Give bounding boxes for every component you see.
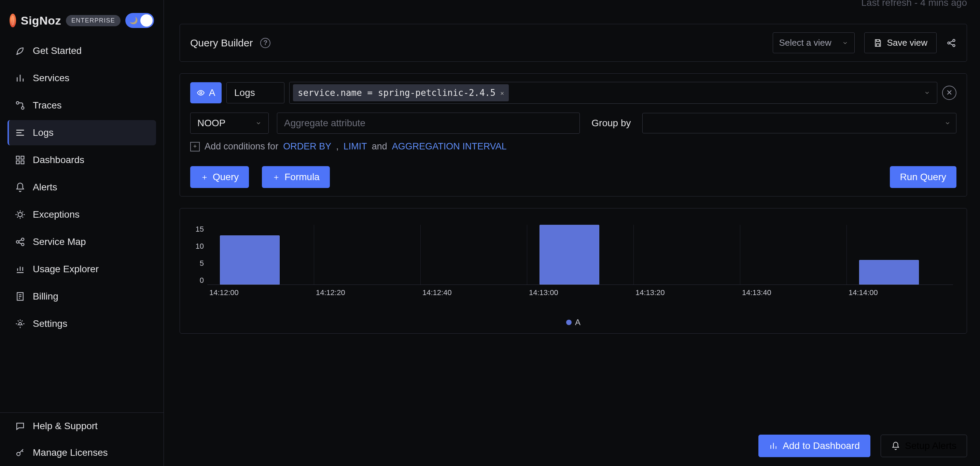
y-tick: 15 [188,225,204,234]
plus-icon: ＋ [200,171,208,182]
svg-point-6 [18,212,22,217]
aggregation-function-select[interactable]: NOOP [190,113,269,134]
sidebar-item-label: Exceptions [33,209,80,220]
group-by-label: Group by [588,118,634,128]
add-query-button[interactable]: ＋ Query [190,166,249,188]
sidebar-item-traces[interactable]: Traces [8,93,156,118]
bell-icon [891,441,900,450]
aggregation-interval-link[interactable]: AGGREGATION INTERVAL [392,141,507,152]
plus-icon: ＋ [272,171,280,182]
brand-name: SigNoz [21,14,61,27]
order-by-link[interactable]: ORDER BY [283,141,331,152]
sidebar-item-label: Logs [33,127,54,138]
run-query-button[interactable]: Run Query [890,166,956,188]
sidebar-item-logs[interactable]: Logs [8,120,156,145]
chart-bar [220,235,280,285]
svg-rect-2 [16,156,19,159]
receipt-icon [15,291,25,301]
sidebar-item-licenses[interactable]: Manage Licenses [8,439,156,466]
chat-icon [15,421,25,431]
add-formula-label: Formula [285,171,320,182]
x-axis: 14:12:0014:12:2014:12:4014:13:0014:13:20… [207,288,953,297]
add-query-label: Query [213,171,239,182]
brand-row: SigNoz ENTERPRISE 🌙 [0,6,164,38]
bar-chart-icon [769,441,778,450]
y-tick: 10 [188,242,204,251]
sidebar-item-alerts[interactable]: Alerts [8,175,156,200]
help-icon[interactable]: ? [260,38,270,48]
setup-alerts-button[interactable]: Setup Alerts [881,434,967,457]
sidebar-item-label: Alerts [33,182,57,193]
sidebar-item-help[interactable]: Help & Support [8,413,156,439]
share-icon[interactable] [946,38,956,48]
svg-rect-3 [21,156,24,159]
chart-legend: A [190,318,956,327]
sidebar-item-settings[interactable]: Settings [8,311,156,336]
x-tick: 14:13:20 [633,288,740,297]
toggle-knob [140,14,153,27]
flow-icon [15,100,25,111]
remove-query-button[interactable]: ✕ [942,86,956,100]
cond-and: and [372,141,387,152]
bell-icon [15,182,25,192]
select-view-dropdown[interactable]: Select a view [773,32,855,53]
cond-sep: , [336,141,339,152]
y-tick: 5 [188,259,204,268]
page-title: Query Builder [190,37,253,49]
chart: 15 10 5 0 14:12:0014:12:2014:12:4014:13:… [207,225,953,315]
svg-rect-5 [21,161,24,164]
sidebar-item-label: Settings [33,318,67,329]
close-icon[interactable]: ✕ [500,89,504,97]
query-visibility-toggle[interactable]: A [190,82,222,103]
chevron-down-icon [255,120,262,126]
sidebar-item-exceptions[interactable]: Exceptions [8,202,156,227]
svg-point-12 [17,452,20,456]
sidebar-item-billing[interactable]: Billing [8,284,156,309]
bug-icon [15,209,25,220]
sidebar-item-services[interactable]: Services [8,65,156,91]
stats-icon [15,264,25,274]
filter-tag-text: service.name = spring-petclinic-2.4.5 [298,88,495,98]
svg-point-7 [16,241,19,243]
sidebar: SigNoz ENTERPRISE 🌙 Get Started Services [0,0,164,466]
add-formula-button[interactable]: ＋ Formula [262,166,330,188]
bar-chart-icon [15,73,25,83]
x-tick: 14:12:40 [420,288,527,297]
group-by-select[interactable] [642,113,956,133]
sidebar-item-service-map[interactable]: Service Map [8,229,156,255]
theme-toggle[interactable]: 🌙 [125,13,154,28]
y-tick: 0 [188,276,204,285]
add-conditions-row[interactable]: + Add conditions for ORDER BY , LIMIT an… [190,141,956,152]
chart-bar [539,225,599,285]
query-builder-header-panel: Query Builder ? Select a view [180,24,967,62]
disk-icon [873,38,882,48]
legend-label: A [575,318,581,327]
sidebar-item-label: Billing [33,291,58,302]
cond-prefix: Add conditions for [205,141,278,152]
aggregate-attribute-input[interactable] [277,113,580,134]
filter-tag[interactable]: service.name = spring-petclinic-2.4.5 ✕ [293,84,509,101]
share-nodes-icon [15,237,25,247]
sidebar-item-usage-explorer[interactable]: Usage Explorer [8,257,156,282]
setup-alerts-label: Setup Alerts [905,441,956,451]
add-to-dashboard-button[interactable]: Add to Dashboard [758,434,870,457]
sidebar-item-dashboards[interactable]: Dashboards [8,147,156,173]
data-source-select[interactable]: Logs [226,82,285,103]
filter-input[interactable]: service.name = spring-petclinic-2.4.5 ✕ [289,82,937,104]
legend-swatch [566,320,572,325]
limit-link[interactable]: LIMIT [344,141,367,152]
data-source-value: Logs [234,87,255,98]
moon-icon: 🌙 [129,16,138,25]
sidebar-item-label: Manage Licenses [33,447,108,458]
logo-icon [10,14,16,27]
svg-point-8 [22,238,24,241]
sidebar-item-label: Help & Support [33,421,98,431]
sidebar-item-label: Services [33,73,69,84]
chevron-down-icon [842,40,848,46]
y-axis: 15 10 5 0 [188,225,204,285]
sidebar-item-get-started[interactable]: Get Started [8,38,156,63]
save-view-button[interactable]: Save view [864,32,937,53]
save-view-label: Save view [887,38,928,48]
main: Last refresh - 4 mins ago Query Builder … [164,0,980,466]
key-icon [15,448,25,458]
